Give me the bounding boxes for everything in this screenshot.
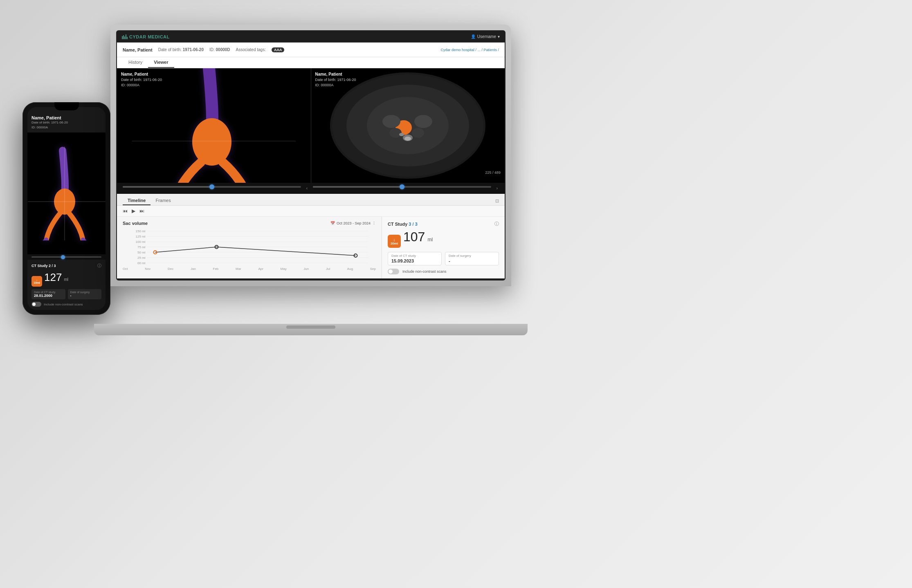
sac-volume-chart: 150 ml 125 ml 100 ml 75 ml 50 ml 25 ml 0… <box>123 229 376 266</box>
phone-date-ct-field: Date of CT study 28.01.2000 <box>31 289 65 299</box>
chart-header: Sac volume 📅 Oct 2023 - Sep 2024 ⋮ <box>123 221 376 226</box>
phone-sac-badge: ↓ 10ml <box>31 276 42 287</box>
phone-bottom-panel: CT Study 2 / 3 ⓘ ↓ 10ml 127 ml Date o <box>27 260 106 310</box>
sac-badge: ↓ 20ml <box>388 235 401 248</box>
chart-label-jan: Jan <box>191 267 196 271</box>
chart-area: 150 ml 125 ml 100 ml 75 ml 50 ml 25 ml 0… <box>123 229 376 266</box>
left-slider-thumb[interactable] <box>209 184 214 189</box>
tab-viewer[interactable]: Viewer <box>148 57 174 68</box>
svg-point-13 <box>389 128 402 138</box>
chart-x-labels: Oct Nov Dec Jan Feb Mar Apr May Jun <box>123 267 376 271</box>
svg-point-14 <box>412 128 424 138</box>
chart-label-nov: Nov <box>145 267 151 271</box>
phone-slider-track[interactable] <box>31 256 101 258</box>
bottom-tabs: Timeline Frames ⊡ <box>117 194 505 206</box>
ct-study-header: CT Study 3 / 3 ⓘ <box>388 221 499 227</box>
scan-panels: Name, Patient Date of birth: 1971-06-20 … <box>117 68 505 183</box>
sac-delta: 20ml <box>391 242 398 246</box>
phone-sac-arrow-icon: ↓ <box>36 278 38 281</box>
skip-back-button[interactable]: ⏮ <box>123 208 128 214</box>
ct-date-value: 15.09.2023 <box>391 258 438 263</box>
viewer-area: Name, Patient Date of birth: 1971-06-20 … <box>117 68 505 280</box>
phone-sac-value: 127 <box>44 271 62 284</box>
surgery-date-field: Date of surgery - <box>445 252 499 265</box>
surgery-date-label: Date of surgery <box>449 254 495 258</box>
logo-bars-icon <box>122 34 128 39</box>
slider-row: ‹ › <box>117 183 505 194</box>
scan-right-dob: Date of birth: 1971-06-20 <box>315 77 356 83</box>
right-slider-fill <box>313 186 402 188</box>
patient-id-label: ID: 00000D <box>209 47 230 52</box>
skip-forward-button[interactable]: ⏭ <box>139 208 144 214</box>
patient-tag-aaa: AAA <box>272 47 285 52</box>
tab-timeline[interactable]: Timeline <box>123 196 151 205</box>
logo-bar-3 <box>124 36 125 39</box>
chevron-down-icon: ▾ <box>498 34 500 39</box>
chart-label-apr: Apr <box>258 267 263 271</box>
chart-label-mar: Mar <box>236 267 241 271</box>
phone-viewer <box>27 132 106 254</box>
sac-volume-display: ↓ 20ml 107 ml <box>388 230 499 248</box>
logo: CYDAR MEDICAL <box>122 34 170 39</box>
logo-bar-2 <box>123 35 124 39</box>
bottom-panel: Timeline Frames ⊡ ⏮ ▶ ⏭ <box>117 194 505 278</box>
phone-toggle-label: Include non-contrast scans <box>44 303 83 306</box>
breadcrumb[interactable]: Cydar demo hospital / ... / Patients / <box>440 48 499 52</box>
data-row: Sac volume 📅 Oct 2023 - Sep 2024 ⋮ <box>117 217 505 278</box>
tabs-bar: History Viewer <box>117 57 505 68</box>
patient-header: Name, Patient Date of birth: 1971-06-20 … <box>117 43 505 57</box>
phone-ct-study-label: CT Study 2 / 3 <box>31 264 56 268</box>
left-slider-track[interactable] <box>123 186 301 188</box>
play-button[interactable]: ▶ <box>132 208 135 214</box>
scan-left-name: Name, Patient <box>121 72 162 77</box>
svg-point-11 <box>382 115 400 128</box>
toggle-row: Include non-contrast scans <box>388 269 499 274</box>
chart-more-icon[interactable]: ⋮ <box>372 221 376 225</box>
scan-right-name: Name, Patient <box>315 72 356 77</box>
user-menu-button[interactable]: 👤 Username ▾ <box>471 34 500 39</box>
non-contrast-toggle[interactable] <box>388 269 399 274</box>
ct-info-icon[interactable]: ⓘ <box>494 221 499 227</box>
logo-bar-5 <box>127 37 128 39</box>
scan-left-id: ID: 00000A <box>121 83 162 88</box>
phone-toggle-row: Include non-contrast scans <box>31 302 101 307</box>
logo-text: CYDAR MEDICAL <box>129 34 170 39</box>
scan-left-dob: Date of birth: 1971-06-20 <box>121 77 162 83</box>
collapse-button[interactable]: ⊡ <box>495 198 499 204</box>
phone-sac-display: ↓ 10ml 127 ml <box>31 271 101 287</box>
svg-text:00 ml: 00 ml <box>137 261 146 265</box>
right-slider-track[interactable] <box>313 186 491 188</box>
chart-label-oct: Oct <box>123 267 128 271</box>
laptop-base <box>94 324 528 335</box>
tab-frames[interactable]: Frames <box>151 196 175 205</box>
phone-slider-thumb[interactable] <box>61 255 65 259</box>
phone-patient-id: ID: 00000A <box>31 125 101 130</box>
phone-info-icon[interactable]: ⓘ <box>97 263 101 269</box>
sac-value: 107 <box>403 230 425 243</box>
ct-date-field: Date of CT study 15.09.2023 <box>388 252 442 265</box>
phone-patient-dob: Date of birth: 1971-06-20 <box>31 120 101 125</box>
ct-dates: Date of CT study 15.09.2023 Date of surg… <box>388 252 499 265</box>
chart-label-sep: Sep <box>370 267 376 271</box>
laptop-device: CYDAR MEDICAL 👤 Username ▾ Name, Patient… <box>110 25 511 335</box>
scene: Name, Patient Date of birth: 1971-06-20 … <box>0 0 912 588</box>
phone-ct-header: CT Study 2 / 3 ⓘ <box>31 263 101 269</box>
phone-toggle[interactable] <box>31 302 41 307</box>
svg-text:25 ml: 25 ml <box>137 256 146 260</box>
phone-screen: Name, Patient Date of birth: 1971-06-20 … <box>27 107 106 310</box>
right-slider-left-arrow[interactable]: ‹ <box>305 186 309 191</box>
phone-sac-delta: 10ml <box>34 281 40 284</box>
calendar-icon: 📅 <box>330 221 335 225</box>
patient-tags-label: Associated tags: <box>236 47 266 52</box>
ct-study-num: 3 / 3 <box>409 222 417 227</box>
right-slider-right-arrow[interactable]: › <box>495 186 499 191</box>
chart-label-feb: Feb <box>213 267 219 271</box>
right-slider-thumb[interactable] <box>400 184 404 189</box>
chart-date-text: Oct 2023 - Sep 2024 <box>337 221 371 225</box>
toggle-label: Include non-contrast scans <box>402 269 447 274</box>
svg-text:125 ml: 125 ml <box>135 235 145 238</box>
tab-history[interactable]: History <box>123 57 148 68</box>
patient-info: Name, Patient Date of birth: 1971-06-20 … <box>123 47 284 52</box>
top-bar: CYDAR MEDICAL 👤 Username ▾ <box>117 31 505 43</box>
chart-date-range: 📅 Oct 2023 - Sep 2024 ⋮ <box>330 221 376 225</box>
